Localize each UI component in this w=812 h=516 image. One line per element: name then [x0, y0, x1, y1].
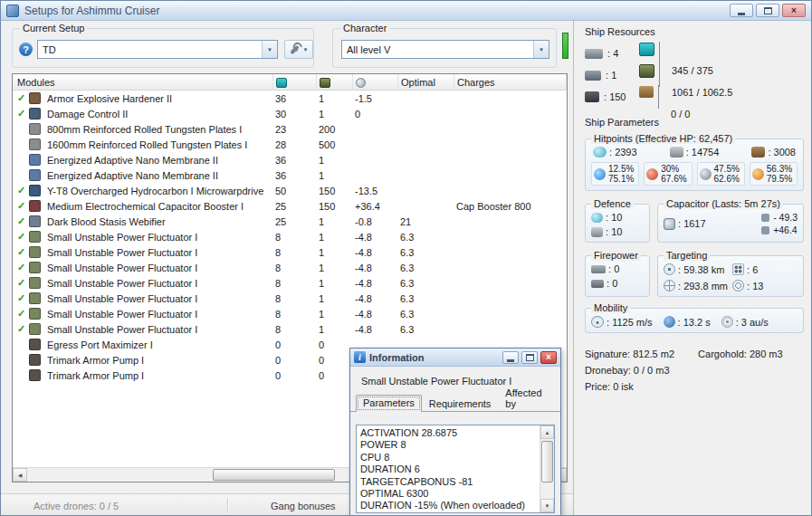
warp-speed-icon — [721, 316, 733, 328]
hitpoints-box: Hitpoints (Effective HP: 62,457) 2393 14… — [585, 139, 804, 191]
setup-select[interactable]: TD ▼ — [37, 40, 278, 59]
turret-firepower-value: 0 — [608, 263, 619, 274]
mobility-label: Mobility — [591, 302, 630, 313]
module-row[interactable]: ✓ Small Unstable Power Fluctuator I 8 1 … — [13, 321, 567, 337]
scrollbar-thumb[interactable] — [213, 469, 335, 481]
module-cap-value: +36.4 — [353, 201, 398, 212]
firepower-label: Firepower — [591, 250, 641, 261]
module-cpu-value: 0 — [273, 339, 317, 350]
module-icon — [29, 323, 41, 335]
gang-bonuses-status: Gang bonuses — [271, 501, 336, 511]
minimize-button[interactable] — [730, 4, 753, 17]
launcher-hardpoints-icon — [585, 71, 601, 81]
column-header-powergrid[interactable] — [317, 74, 353, 91]
module-row[interactable]: ✓ Dark Blood Stasis Webifier 25 1 -0.8 2… — [13, 214, 567, 229]
module-icon — [29, 139, 41, 150]
module-row[interactable]: ✓ Small Unstable Power Fluctuator I 8 1 … — [13, 275, 567, 291]
module-row[interactable]: ✓ 800mm Reinforced Rolled Tungsten Plate… — [13, 121, 567, 137]
module-name: Medium Electrochemical Capacitor Booster… — [45, 201, 273, 212]
chevron-down-icon[interactable]: ▼ — [262, 41, 277, 58]
module-powergrid-value: 0 — [317, 370, 353, 381]
cpu-icon — [276, 78, 287, 88]
module-name: Dark Blood Stasis Webifier — [45, 216, 273, 227]
module-name: Armor Explosive Hardener II — [45, 93, 273, 104]
column-header-charges[interactable]: Charges — [454, 74, 567, 91]
help-icon[interactable]: ? — [19, 43, 33, 56]
tab-parameters[interactable]: Parameters — [356, 395, 422, 412]
info-scrollbar-track[interactable] — [540, 439, 554, 499]
tab-requirements[interactable]: Requirements — [422, 396, 498, 411]
module-row[interactable]: ✓ Small Unstable Power Fluctuator I 8 1 … — [13, 306, 567, 321]
module-icon — [29, 308, 41, 320]
info-item-name: Small Unstable Power Fluctuator I — [350, 367, 560, 387]
module-icon — [29, 277, 41, 289]
module-cap-value: -4.8 — [353, 309, 398, 320]
module-name: Energized Adaptive Nano Membrane II — [45, 170, 273, 181]
info-parameter-line: ACTIVATION 28.6875 — [360, 427, 540, 439]
info-minimize-button[interactable] — [502, 351, 519, 364]
character-select[interactable]: All level V ▼ — [341, 40, 549, 59]
turret-hardpoints-icon — [585, 49, 603, 59]
scroll-up-button[interactable]: ▲ — [540, 425, 554, 439]
module-icon — [29, 369, 41, 381]
module-icon — [29, 215, 41, 227]
maximize-button[interactable] — [756, 4, 779, 17]
module-cap-value: -4.8 — [353, 278, 398, 289]
module-row[interactable]: ✓ Small Unstable Power Fluctuator I 8 1 … — [13, 260, 567, 275]
chevron-down-icon: ▼ — [303, 47, 309, 53]
column-header-modules[interactable]: Modules — [13, 74, 273, 91]
cap-usage-icon — [761, 214, 769, 222]
info-close-button[interactable]: × — [540, 351, 557, 364]
module-row[interactable]: ✓ Small Unstable Power Fluctuator I 8 1 … — [13, 291, 567, 306]
module-row[interactable]: ✓ Damage Control II 30 1 0 — [13, 106, 567, 121]
module-row[interactable]: ✓ Y-T8 Overcharged Hydrocarbon I Microwa… — [13, 183, 567, 198]
em-resist-icon — [594, 168, 606, 180]
hull-hp-value: 3008 — [768, 147, 796, 158]
explosive-resist-icon — [752, 168, 764, 180]
module-icon — [29, 200, 41, 212]
targeting-range-icon — [664, 263, 675, 275]
module-row[interactable]: ✓ Small Unstable Power Fluctuator I 8 1 … — [13, 244, 567, 260]
thermal-resist-icon — [646, 168, 658, 180]
module-row[interactable]: ✓ Armor Explosive Hardener II 36 1 -1.5 — [13, 91, 567, 106]
module-cpu-value: 0 — [273, 370, 317, 381]
wrench-icon — [290, 44, 300, 54]
info-scrollbar-thumb[interactable] — [541, 441, 553, 483]
module-active-icon: ✓ — [14, 323, 25, 335]
chevron-down-icon[interactable]: ▼ — [533, 41, 549, 58]
align-time-icon — [664, 316, 675, 328]
upgrades-icon — [639, 86, 654, 98]
module-cpu-value: 23 — [273, 124, 317, 135]
capacitor-icon — [664, 218, 675, 230]
module-cap-value: -1.5 — [353, 93, 398, 104]
capacitor-box: Capacitor (Lasts: 5m 27s) 1617 - 49.3 +4… — [657, 204, 804, 243]
module-name: Small Unstable Power Fluctuator I — [45, 263, 273, 273]
module-row[interactable]: ✓ Energized Adaptive Nano Membrane II 36… — [13, 152, 567, 167]
info-maximize-button[interactable] — [521, 351, 538, 364]
information-title-bar[interactable]: i Information × — [350, 349, 560, 367]
setups-window: Setups for Ashimmu Cruiser × Current Set… — [0, 0, 812, 516]
info-icon: i — [354, 351, 366, 363]
info-vertical-scrollbar[interactable]: ▲ ▼ — [540, 425, 554, 512]
column-header-cpu[interactable] — [273, 74, 317, 91]
module-row[interactable]: ✓ Small Unstable Power Fluctuator I 8 1 … — [13, 229, 567, 244]
scroll-left-button[interactable]: ◀ — [13, 468, 27, 482]
price-text: Price: 0 isk — [585, 378, 804, 395]
close-button[interactable]: × — [782, 4, 806, 17]
window-title: Setups for Ashimmu Cruiser — [24, 5, 159, 17]
column-header-capacitor[interactable] — [353, 74, 398, 91]
hitpoints-label: Hitpoints (Effective HP: 62,457) — [591, 133, 735, 144]
tab-affected-by[interactable]: Affected by — [498, 385, 555, 411]
module-row[interactable]: ✓ 1600mm Reinforced Rolled Tungsten Plat… — [13, 137, 567, 152]
warp-speed-value: 3 au/s — [736, 317, 769, 328]
scroll-down-button[interactable]: ▼ — [540, 499, 554, 512]
module-powergrid-value: 1 — [317, 247, 353, 258]
setup-tools-button[interactable]: ▼ — [284, 40, 313, 59]
module-row[interactable]: ✓ Medium Electrochemical Capacitor Boost… — [13, 198, 567, 214]
module-name: Small Unstable Power Fluctuator I — [45, 247, 273, 258]
cap-recharge-icon — [761, 226, 769, 234]
module-row[interactable]: ✓ Energized Adaptive Nano Membrane II 36… — [13, 167, 567, 183]
title-bar[interactable]: Setups for Ashimmu Cruiser × — [1, 1, 811, 21]
column-header-optimal[interactable]: Optimal — [398, 74, 454, 91]
module-active-icon: ✓ — [14, 262, 25, 273]
